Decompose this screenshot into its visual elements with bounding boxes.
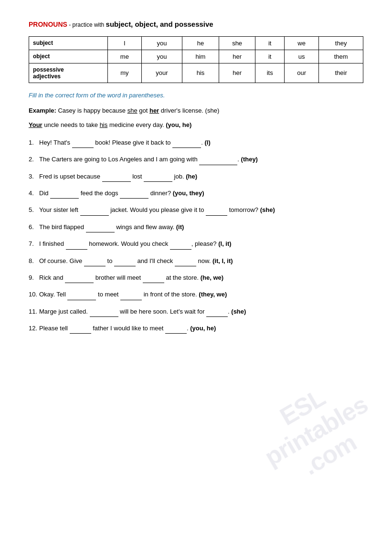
blank-9b[interactable] bbox=[143, 276, 164, 283]
blank-11a[interactable] bbox=[90, 310, 118, 317]
example-she: she bbox=[127, 107, 138, 114]
blank-2[interactable] bbox=[199, 158, 237, 165]
blank-12b[interactable] bbox=[165, 327, 187, 334]
hint-6: (it) bbox=[176, 223, 184, 231]
blank-8a[interactable] bbox=[84, 260, 106, 266]
cell-you: you bbox=[141, 36, 182, 50]
blank-12a[interactable] bbox=[70, 327, 91, 334]
exercise-2: 2. The Carters are going to Los Angeles … bbox=[29, 154, 363, 165]
cell-I: I bbox=[107, 36, 141, 50]
num-5: 5. bbox=[29, 204, 34, 215]
hint-8: (it, I, it) bbox=[212, 257, 233, 264]
starter-your: Your bbox=[29, 121, 42, 128]
blank-3a[interactable] bbox=[102, 175, 131, 182]
num-12: 12. bbox=[29, 323, 37, 334]
cell-me: me bbox=[107, 50, 141, 63]
blank-7a[interactable] bbox=[66, 243, 87, 250]
hint-11: (she) bbox=[231, 308, 246, 315]
blank-9a[interactable] bbox=[65, 276, 94, 283]
title-bold: subject, object, and possessive bbox=[106, 20, 213, 28]
pronoun-table: subject I you he she it we they object m… bbox=[29, 36, 363, 83]
blank-7b[interactable] bbox=[170, 243, 191, 250]
blank-4b[interactable] bbox=[120, 192, 148, 199]
blank-11b[interactable] bbox=[206, 310, 228, 317]
hint-5: (she) bbox=[260, 206, 275, 213]
hint-12: (you, he) bbox=[190, 325, 216, 332]
hint-1: (I) bbox=[204, 139, 210, 146]
hint-4: (you, they) bbox=[173, 190, 204, 197]
cell-you-obj: you bbox=[141, 50, 182, 63]
starter-hint: (you, he) bbox=[166, 121, 191, 128]
exercise-list: 1. Hey! That's book! Please give it back… bbox=[29, 137, 363, 334]
starter-line: Your uncle needs to take his medicine ev… bbox=[29, 120, 363, 130]
exercise-4: 4. Did feed the dogs dinner? (you, they) bbox=[29, 188, 363, 199]
blank-5b[interactable] bbox=[206, 209, 227, 216]
cell-us: us bbox=[285, 50, 319, 63]
num-3: 3. bbox=[29, 171, 34, 182]
exercise-8: 8. Of course. Give to and I'll check now… bbox=[29, 255, 363, 266]
hint-10: (they, we) bbox=[199, 291, 227, 298]
cell-your: your bbox=[141, 63, 182, 83]
hint-2: (they) bbox=[241, 156, 258, 163]
num-8: 8. bbox=[29, 255, 34, 266]
table-row-possessive: possessiveadjectives my your his her its… bbox=[29, 63, 363, 83]
num-7: 7. bbox=[29, 238, 34, 249]
blank-10b[interactable] bbox=[120, 294, 142, 300]
cell-our: our bbox=[285, 63, 319, 83]
row-label-possessive: possessiveadjectives bbox=[29, 63, 108, 83]
table-row-object: object me you him her it us them bbox=[29, 50, 363, 63]
hint-9: (he, we) bbox=[201, 274, 223, 281]
watermark: ESLprintables.com bbox=[246, 367, 386, 495]
starter-his: his bbox=[100, 121, 108, 128]
blank-1a[interactable] bbox=[72, 141, 94, 148]
page-title: PRONOUNS - practice with subject, object… bbox=[29, 19, 363, 30]
num-9: 9. bbox=[29, 272, 34, 283]
exercise-6: 6. The bird flapped wings and flew away.… bbox=[29, 221, 363, 232]
instruction-text: Fill in the correct form of the word in … bbox=[29, 92, 363, 99]
cell-she: she bbox=[219, 36, 255, 50]
exercise-7: 7. I finished homework. Would you check … bbox=[29, 238, 363, 249]
example-line: Example: Casey is happy because she got … bbox=[29, 105, 363, 116]
exercise-3: 3. Fred is upset because lost job. (he) bbox=[29, 171, 363, 182]
cell-he: he bbox=[182, 36, 219, 50]
cell-them: them bbox=[319, 50, 363, 63]
cell-it: it bbox=[255, 36, 285, 50]
exercise-1: 1. Hey! That's book! Please give it back… bbox=[29, 137, 363, 148]
title-red: PRONOUNS bbox=[29, 21, 67, 28]
hint-7: (I, it) bbox=[218, 240, 231, 247]
cell-it-obj: it bbox=[255, 50, 285, 63]
hint-3: (he) bbox=[186, 173, 197, 180]
cell-they: they bbox=[319, 36, 363, 50]
blank-10a[interactable] bbox=[67, 294, 96, 300]
example-her: her bbox=[149, 107, 159, 114]
exercise-12: 12. Please tell father I would like to m… bbox=[29, 323, 363, 334]
row-label-object: object bbox=[29, 50, 108, 63]
cell-its: its bbox=[255, 63, 285, 83]
num-6: 6. bbox=[29, 221, 34, 232]
blank-8b[interactable] bbox=[114, 260, 136, 266]
cell-her-poss: her bbox=[219, 63, 255, 83]
exercise-9: 9. Rick and brother will meet at the sto… bbox=[29, 272, 363, 283]
blank-3b[interactable] bbox=[144, 175, 172, 182]
blank-5a[interactable] bbox=[80, 209, 109, 216]
exercise-10: 10. Okay. Tell to meet in front of the s… bbox=[29, 289, 363, 300]
blank-8c[interactable] bbox=[175, 260, 196, 266]
cell-my: my bbox=[107, 63, 141, 83]
example-label: Example: bbox=[29, 107, 56, 114]
num-10: 10. bbox=[29, 289, 37, 300]
cell-her: her bbox=[219, 50, 255, 63]
title-normal: - practice with bbox=[67, 21, 106, 28]
cell-their: their bbox=[319, 63, 363, 83]
num-2: 2. bbox=[29, 154, 34, 165]
exercise-11: 11. Marge just called. will be here soon… bbox=[29, 306, 363, 317]
num-11: 11. bbox=[29, 306, 37, 317]
cell-his: his bbox=[182, 63, 219, 83]
table-row-subject: subject I you he she it we they bbox=[29, 36, 363, 50]
num-1: 1. bbox=[29, 137, 34, 148]
blank-1b[interactable] bbox=[172, 141, 201, 148]
num-4: 4. bbox=[29, 188, 34, 199]
exercise-5: 5. Your sister left jacket. Would you pl… bbox=[29, 204, 363, 215]
blank-4a[interactable] bbox=[50, 192, 79, 199]
blank-6[interactable] bbox=[86, 226, 115, 232]
cell-him: him bbox=[182, 50, 219, 63]
